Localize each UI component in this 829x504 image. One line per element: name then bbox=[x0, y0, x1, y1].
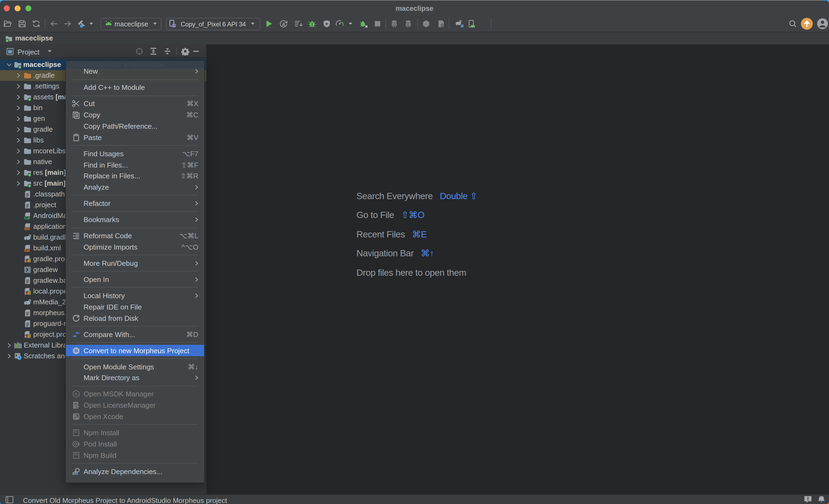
svg-text:avd: avd bbox=[392, 24, 396, 26]
svg-text:avd: avd bbox=[407, 24, 410, 26]
svg-text:M: M bbox=[74, 348, 78, 353]
svg-text:A: A bbox=[282, 22, 285, 27]
svg-text:M: M bbox=[75, 392, 77, 396]
